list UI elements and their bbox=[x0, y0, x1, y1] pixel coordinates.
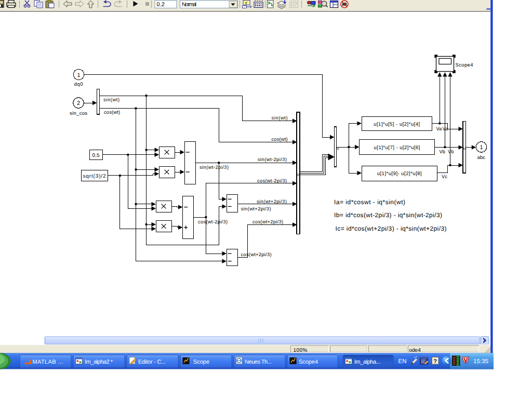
svg-text:EN: EN bbox=[398, 358, 407, 365]
svg-text:Y: Y bbox=[245, 1, 248, 6]
svg-text:?: ? bbox=[433, 358, 437, 365]
svg-text:ode4: ode4 bbox=[409, 348, 421, 353]
svg-text:sin(wt): sin(wt) bbox=[272, 115, 288, 121]
svg-text:u[1]*u[5] - u[2]*u[4]: u[1]*u[5] - u[2]*u[4] bbox=[374, 122, 420, 127]
svg-text:Im_alpha2 *: Im_alpha2 * bbox=[85, 359, 113, 365]
svg-text:cos(wt-2pi/3): cos(wt-2pi/3) bbox=[257, 178, 287, 183]
svg-text:Scope: Scope bbox=[193, 359, 209, 365]
svg-text:Scope4: Scope4 bbox=[299, 359, 318, 365]
svg-text:15:35: 15:35 bbox=[473, 358, 488, 365]
svg-text:Scope4: Scope4 bbox=[456, 62, 473, 68]
svg-text:cos(wt+2pi/3): cos(wt+2pi/3) bbox=[241, 252, 272, 257]
svg-text:MATLAB ...: MATLAB ... bbox=[33, 359, 63, 365]
svg-text:1: 1 bbox=[480, 144, 483, 151]
svg-text:abc: abc bbox=[477, 155, 486, 161]
svg-text:sin_cos: sin_cos bbox=[70, 111, 87, 116]
svg-text:cos(wt): cos(wt) bbox=[104, 110, 120, 115]
svg-text:u: u bbox=[337, 146, 339, 151]
svg-text:Neues Th...: Neues Th... bbox=[245, 359, 272, 365]
svg-text:sin(wt): sin(wt) bbox=[103, 97, 119, 102]
svg-text:Ib= id*cos(wt-2pi/3) - iq*si: Ib= id*cos(wt-2pi/3) - iq*sin(wt-2pi/3) bbox=[334, 211, 442, 219]
svg-text:sin(wt-2pi/3): sin(wt-2pi/3) bbox=[200, 165, 229, 170]
svg-text:sqrt(3)/2: sqrt(3)/2 bbox=[83, 174, 106, 179]
svg-text:Normal: Normal bbox=[182, 2, 196, 8]
svg-text:Va: Va bbox=[443, 126, 449, 131]
svg-text:u: u bbox=[463, 146, 466, 151]
svg-text:cos(wt-2pi/3): cos(wt-2pi/3) bbox=[198, 219, 228, 224]
svg-text:u[1]*u[9]- u[2]*u[8]: u[1]*u[9]- u[2]*u[8] bbox=[377, 171, 422, 177]
svg-text:sin(wt-2pi/3): sin(wt-2pi/3) bbox=[258, 157, 287, 162]
svg-text:u: u bbox=[297, 172, 299, 177]
svg-text:Ia= id*coswt - iq*sin(wt): Ia= id*coswt - iq*sin(wt) bbox=[334, 198, 405, 206]
svg-text:0.2: 0.2 bbox=[157, 2, 165, 8]
svg-text:u[1]*u[7] - u[2]*u[6]: u[1]*u[7] - u[2]*u[6] bbox=[374, 145, 420, 151]
svg-text:Vb: Vb bbox=[448, 149, 454, 154]
svg-text:100%: 100% bbox=[294, 348, 308, 353]
svg-text:0.5: 0.5 bbox=[92, 153, 100, 158]
svg-text:sin(wt+2pi/3): sin(wt+2pi/3) bbox=[241, 206, 271, 211]
svg-text:Im_alpha...: Im_alpha... bbox=[354, 359, 380, 365]
svg-text:Vb: Vb bbox=[440, 149, 445, 154]
svg-text:Va: Va bbox=[436, 126, 443, 131]
svg-text:2: 2 bbox=[77, 100, 80, 107]
svg-text:Vc: Vc bbox=[442, 174, 447, 179]
svg-text:1: 1 bbox=[77, 72, 80, 78]
svg-text:cos(wt): cos(wt) bbox=[272, 137, 288, 142]
svg-text:cos(wt+2pi/3): cos(wt+2pi/3) bbox=[252, 219, 283, 224]
svg-text:sin(wt+2pi/3): sin(wt+2pi/3) bbox=[257, 199, 287, 204]
svg-text:Editor - C...: Editor - C... bbox=[138, 359, 166, 365]
svg-text:Ic= id*cos(wt+2pi/3) - iq*si: Ic= id*cos(wt+2pi/3) - iq*sin(wt+2pi/3) bbox=[336, 225, 447, 232]
svg-text:dq0: dq0 bbox=[74, 82, 83, 87]
